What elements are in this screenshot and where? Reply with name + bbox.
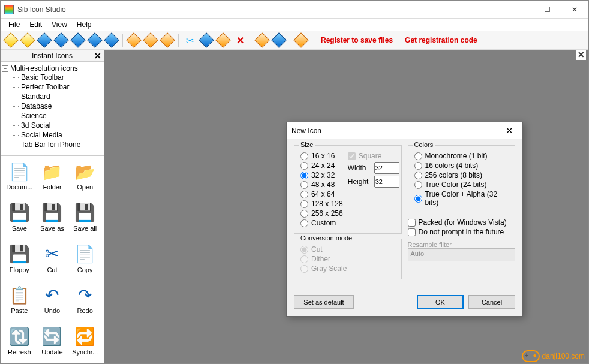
menu-view[interactable]: View (47, 19, 71, 30)
dialog-close-icon[interactable]: ✕ (501, 122, 518, 139)
tool-openlib-icon[interactable] (143, 32, 158, 48)
size-radio[interactable]: Custom (300, 219, 343, 227)
color-radio[interactable]: True Color + Alpha (32 bits) (414, 190, 510, 207)
noprompt-checkbox[interactable] (408, 228, 416, 236)
icon-cell[interactable]: 📄Copy (68, 241, 101, 280)
tree-item[interactable]: Basic Toolbar (13, 73, 103, 82)
panel-header: Instant Icons ✕ (1, 50, 104, 62)
tool-saveas-icon[interactable] (70, 32, 86, 48)
resample-label: Resample filter (408, 241, 516, 248)
size-radio[interactable]: 128 x 128 (300, 200, 343, 208)
tool-extract-icon[interactable] (271, 32, 287, 48)
tree-root-label: Multi-resolution icons (10, 64, 78, 73)
watermark-logo-icon (522, 350, 540, 362)
getcode-link[interactable]: Get registration code (405, 36, 477, 44)
square-label: Square (359, 152, 382, 160)
tool-new-icon[interactable] (3, 32, 19, 48)
minimize-button[interactable]: — (506, 1, 533, 19)
tool-paste-icon[interactable] (215, 32, 231, 48)
canvas-close-icon[interactable]: ✕ (576, 50, 586, 60)
menu-file[interactable]: File (4, 19, 24, 30)
dialog-title: New Icon (292, 127, 501, 135)
icon-cell[interactable]: ↷Redo (68, 282, 101, 321)
icon-cell[interactable]: 📂Open (68, 158, 101, 197)
ok-button[interactable]: OK (417, 295, 464, 309)
icon-cell[interactable]: 📄Docum... (3, 158, 36, 197)
panel-close-icon[interactable]: ✕ (94, 51, 101, 61)
icon-cell[interactable]: 💾Save all (68, 200, 101, 239)
tool-export-icon[interactable] (104, 32, 119, 48)
icon-cell[interactable]: 🔄Update (36, 323, 69, 362)
icon-cell[interactable]: 📁Folder (36, 158, 69, 197)
tree-item[interactable]: Perfect Toolbar (13, 82, 103, 92)
set-default-button[interactable]: Set as default (294, 295, 354, 309)
icon-label: Update (41, 348, 62, 356)
tree-item[interactable]: Database (13, 101, 103, 111)
icon-cell[interactable]: ↶Undo (36, 282, 69, 321)
menu-edit[interactable]: Edit (25, 19, 46, 30)
icon-label: Copy (77, 266, 93, 273)
packed-checkbox[interactable] (408, 219, 416, 227)
conv-radio: Cut (300, 245, 396, 254)
expander-icon[interactable]: − (2, 65, 8, 72)
width-input[interactable] (374, 162, 399, 174)
icon-label: Save (12, 225, 27, 232)
icon-glyph: 💾 (74, 202, 96, 224)
icon-cell[interactable]: 💾Save (3, 200, 36, 239)
tool-register-icon[interactable] (293, 32, 309, 48)
close-button[interactable]: ✕ (561, 1, 588, 19)
size-radio[interactable]: 64 x 64 (300, 190, 343, 198)
icon-cell[interactable]: 🔁Synchr... (68, 323, 101, 362)
dialog-titlebar[interactable]: New Icon ✕ (287, 122, 522, 139)
color-radio[interactable]: Monochrome (1 bit) (414, 152, 510, 160)
maximize-button[interactable]: ☐ (533, 1, 561, 19)
tree-item[interactable]: Science (13, 111, 103, 121)
menu-help[interactable]: Help (73, 19, 96, 30)
size-radio[interactable]: 32 x 32 (300, 171, 343, 179)
tree-item[interactable]: Tab Bar for iPhone (13, 140, 103, 149)
tool-saveall-icon[interactable] (87, 32, 103, 48)
packed-label: Packed (for Windows Vista) (419, 218, 507, 227)
tree-item[interactable]: 3d Social (13, 121, 103, 130)
icon-label: Folder (43, 183, 61, 191)
tree-root[interactable]: − Multi-resolution icons (2, 64, 103, 73)
watermark: danji100.com (522, 350, 585, 362)
height-input[interactable] (374, 176, 399, 188)
color-radio[interactable]: 256 colors (8 bits) (414, 171, 510, 179)
register-link[interactable]: Register to save files (321, 36, 393, 44)
tool-newlib-icon[interactable] (126, 32, 142, 48)
watermark-text: danji100.com (542, 352, 585, 360)
tool-savelib-icon[interactable] (160, 32, 175, 48)
icon-cell[interactable]: 💾Save as (36, 200, 69, 239)
tool-copy-icon[interactable] (199, 32, 214, 48)
size-radio[interactable]: 48 x 48 (300, 181, 343, 189)
size-radio[interactable]: 24 x 24 (300, 161, 343, 170)
noprompt-label: Do not prompt in the future (419, 228, 504, 236)
size-radio[interactable]: 16 x 16 (300, 152, 343, 160)
tool-import-icon[interactable] (254, 32, 270, 48)
cancel-button[interactable]: Cancel (468, 295, 515, 309)
icon-glyph: ↷ (74, 284, 96, 306)
icon-grid: 📄Docum...📁Folder📂Open💾Save💾Save as💾Save … (1, 155, 104, 364)
tool-open-icon[interactable] (37, 32, 52, 48)
icon-glyph: 🔃 (8, 326, 30, 347)
tree-item[interactable]: Social Media (13, 130, 103, 140)
icon-cell[interactable]: ✂Cut (36, 241, 69, 280)
icon-cell[interactable]: 🔃Refresh (3, 323, 36, 362)
tool-new-lib-icon[interactable] (20, 32, 35, 48)
icon-label: Redo (77, 307, 93, 314)
tool-delete-icon[interactable]: ✕ (232, 32, 248, 48)
panel-title: Instant Icons (32, 52, 73, 60)
tool-cut-icon[interactable]: ✂ (182, 32, 197, 48)
tree-item[interactable]: Standard (13, 92, 103, 101)
icon-cell[interactable]: 💾Floppy (3, 241, 36, 280)
color-radio[interactable]: 16 colors (4 bits) (414, 161, 510, 170)
size-radio[interactable]: 256 x 256 (300, 209, 343, 218)
icon-glyph: 📄 (74, 243, 96, 265)
size-group: Size 16 x 1624 x 2432 x 3248 x 4864 x 64… (294, 145, 402, 234)
tool-save-icon[interactable] (53, 32, 69, 48)
icon-label: Refresh (8, 348, 31, 356)
color-radio[interactable]: True Color (24 bits) (414, 181, 510, 189)
conversion-group: Conversion mode CutDitherGray Scale (294, 239, 402, 279)
icon-cell[interactable]: 📋Paste (3, 282, 36, 321)
